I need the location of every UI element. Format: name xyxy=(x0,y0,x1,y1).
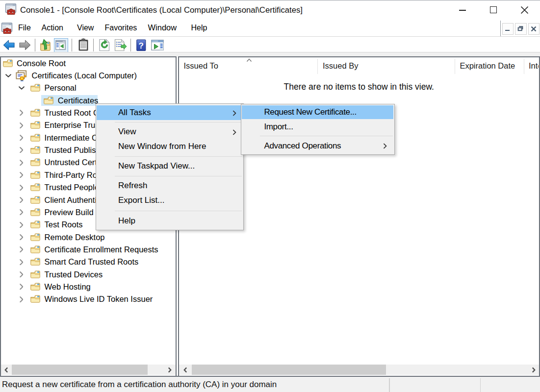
svg-text:?: ? xyxy=(138,41,143,50)
